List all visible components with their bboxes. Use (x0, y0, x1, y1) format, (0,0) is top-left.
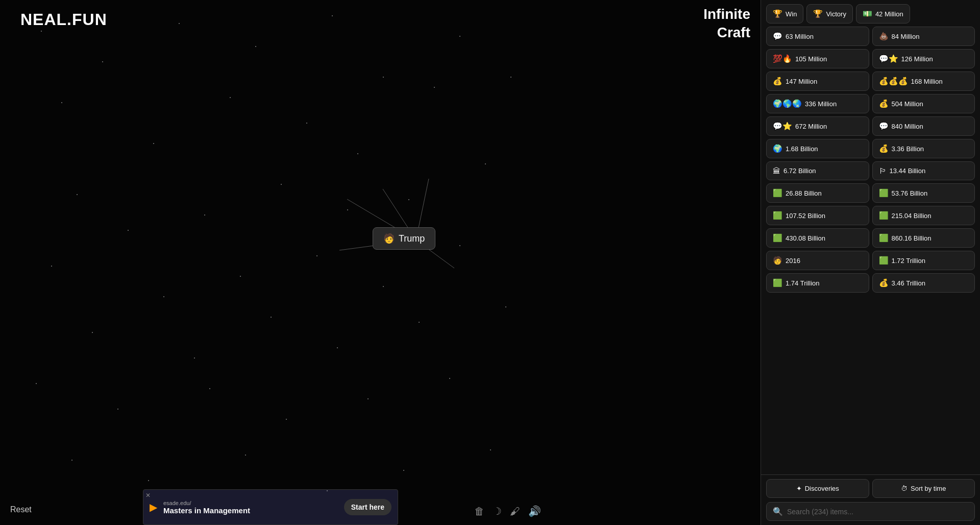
list-item[interactable]: 🟩26.88 Billion (766, 183, 869, 203)
search-input[interactable] (787, 508, 968, 516)
item-emoji: 💯🔥 (773, 54, 792, 63)
item-label: 42 Million (875, 10, 903, 18)
item-label: 336 Million (805, 100, 837, 108)
item-emoji: 🏳 (879, 166, 887, 175)
list-item[interactable]: 🏛6.72 Billion (766, 161, 869, 180)
item-label: 3.36 Billion (892, 145, 924, 153)
item-label: Victory (826, 10, 846, 18)
trump-emoji: 🧑 (383, 233, 395, 244)
list-item[interactable]: 💩84 Million (872, 27, 975, 46)
star (510, 77, 511, 78)
sort-button[interactable]: ⏱ Sort by time (872, 479, 975, 498)
item-label: 430.08 Billion (786, 234, 825, 242)
connection-lines (0, 0, 761, 525)
list-item[interactable]: 💬840 Million (872, 116, 975, 136)
item-emoji: 🌍 (773, 144, 782, 153)
star (347, 209, 348, 210)
search-bar: 🔍 (766, 502, 975, 521)
star (36, 383, 37, 384)
star (368, 398, 369, 399)
list-item[interactable]: 🟩53.76 Billion (872, 183, 975, 203)
trump-element[interactable]: 🧑 Trump (373, 227, 435, 250)
list-item[interactable]: 💬⭐672 Million (766, 116, 869, 136)
star (449, 378, 450, 379)
list-item[interactable]: 🟩1.74 Trillion (766, 273, 869, 293)
list-item[interactable]: 💰3.46 Trillion (872, 273, 975, 293)
star (332, 15, 333, 16)
item-label: 105 Million (795, 55, 827, 63)
top-item[interactable]: 🏆Win (766, 4, 803, 23)
logo-text: NEAL.FUN (20, 10, 107, 29)
item-label: 1.72 Trillion (892, 257, 925, 265)
sidebar: 🏆Win🏆Victory💵42 Million 💬63 Million💩84 M… (761, 0, 980, 525)
item-emoji: 💰💰💰 (879, 77, 908, 86)
list-item[interactable]: 💰💰💰168 Million (872, 71, 975, 91)
item-emoji: 💰 (879, 144, 889, 153)
brush-icon[interactable]: 🖌 (510, 506, 520, 517)
sort-label: Sort by time (911, 485, 946, 492)
item-label: 1.68 Billion (786, 145, 818, 153)
star (459, 36, 460, 37)
top-item[interactable]: 💵42 Million (856, 4, 910, 23)
item-emoji: 🟩 (773, 211, 782, 220)
star (51, 266, 52, 267)
item-label: 672 Million (795, 123, 827, 130)
list-item[interactable]: 💬⭐126 Million (872, 49, 975, 68)
game-title: Infinite Craft (703, 5, 750, 42)
star (148, 480, 149, 481)
list-item[interactable]: 🧑2016 (766, 251, 869, 270)
trash-icon[interactable]: 🗑 (474, 506, 484, 517)
list-item[interactable]: 🟩1.72 Trillion (872, 251, 975, 270)
item-label: 3.46 Trillion (892, 279, 925, 287)
list-item[interactable]: 💰147 Million (766, 71, 869, 91)
item-label: 2016 (786, 257, 800, 265)
star (71, 460, 72, 461)
star (357, 153, 358, 154)
ad-close-button[interactable]: ✕ (145, 492, 151, 499)
trump-label: Trump (399, 233, 425, 244)
item-emoji: 🌍🌎🌏 (773, 99, 802, 108)
star (117, 409, 118, 410)
discoveries-button[interactable]: ✦ Discoveries (766, 479, 869, 498)
site-logo[interactable]: NEAL.FUN (20, 10, 107, 29)
ad-cta-button[interactable]: Start here (344, 499, 391, 515)
item-emoji: 🏆 (773, 9, 782, 18)
item-label: 84 Million (892, 33, 920, 40)
item-label: 504 Million (892, 100, 923, 108)
list-item[interactable]: 🏳13.44 Billion (872, 161, 975, 180)
bottom-icons: 🗑 ☽ 🖌 🔊 (474, 505, 541, 517)
search-icon: 🔍 (773, 507, 783, 516)
item-emoji: 💰 (879, 278, 889, 288)
sort-icon: ⏱ (901, 485, 908, 492)
item-emoji: 💩 (879, 32, 889, 41)
list-item[interactable]: 🟩107.52 Billion (766, 206, 869, 225)
item-emoji: 🟩 (879, 188, 889, 198)
list-item[interactable]: 💰3.36 Billion (872, 139, 975, 158)
list-item[interactable]: 💰504 Million (872, 94, 975, 113)
item-label: 13.44 Billion (890, 167, 926, 175)
list-item[interactable]: 💬63 Million (766, 27, 869, 46)
star (286, 419, 287, 420)
star (61, 102, 62, 103)
sound-icon[interactable]: 🔊 (528, 505, 541, 517)
list-item[interactable]: 🟩430.08 Billion (766, 228, 869, 248)
list-item[interactable]: 🌍1.68 Billion (766, 139, 869, 158)
list-item[interactable]: 🟩860.16 Billion (872, 228, 975, 248)
reset-button[interactable]: Reset (10, 505, 32, 514)
list-item[interactable]: 🟩215.04 Billion (872, 206, 975, 225)
item-emoji: 🟩 (773, 233, 782, 243)
list-item[interactable]: 💯🔥105 Million (766, 49, 869, 68)
sidebar-bottom: ✦ Discoveries ⏱ Sort by time 🔍 (761, 474, 980, 525)
list-item[interactable]: 🌍🌎🌏336 Million (766, 94, 869, 113)
top-item[interactable]: 🏆Victory (806, 4, 853, 23)
item-emoji: 💰 (773, 77, 782, 86)
star (102, 61, 103, 62)
ad-icon: ▶ (150, 501, 157, 513)
game-title-line1: Infinite (703, 6, 750, 22)
item-emoji: 💬 (773, 32, 782, 41)
star (230, 97, 231, 98)
star (128, 230, 129, 231)
canvas-area[interactable]: NEAL.FUN Infinite Craft 🧑 Trump Reset ✕ … (0, 0, 761, 525)
star (485, 163, 486, 164)
moon-icon[interactable]: ☽ (493, 505, 502, 517)
